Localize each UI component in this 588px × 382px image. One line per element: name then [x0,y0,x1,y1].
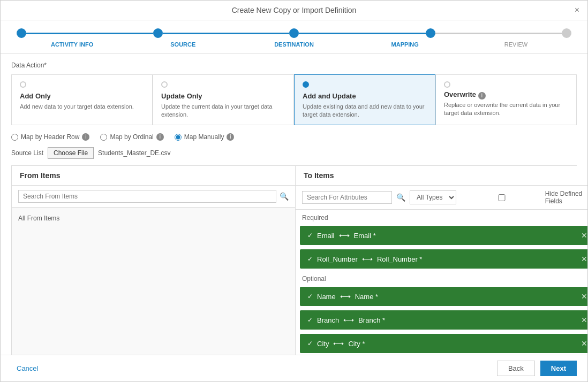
step-dot-3 [289,28,299,38]
file-name: Students_Master_DE.csv [98,149,170,157]
step-label-3: DESTINATION [238,41,349,48]
name-to-field: Name * [355,293,378,301]
map-by-header-label: Map by Header Row [21,133,79,141]
modal-header: Create New Copy or Import Definition × [1,1,587,20]
step-dot-4 [426,28,435,38]
mapping-item-name: ✓ Name ⟷ Name * ✕ [300,287,587,306]
name-from-field: Name [317,293,336,301]
option-overwrite-desc: Replace or overwrite the current data in… [444,102,560,116]
mapping-item-branch: ✓ Branch ⟷ Branch * ✕ [300,310,587,330]
step-dot-1 [17,28,26,38]
data-action-options: Add Only Add new data to your target dat… [11,74,577,125]
all-from-label: All From Items [18,212,289,225]
city-to-field: City * [348,340,365,348]
to-panel-search-row: 🔍 All Types Hide Defined Fields [296,186,587,210]
step-dot-2 [153,28,163,38]
map-manually-label: Map Manually [184,133,224,141]
choose-file-button[interactable]: Choose File [48,147,94,159]
map-manually-option[interactable]: Map Manually i [175,133,235,141]
arrow-icon-email: ⟷ [339,231,350,240]
mapping-options: Map by Header Row i Map by Ordinal i Map… [11,133,577,141]
arrow-icon-city: ⟷ [333,339,344,348]
step-line-3 [299,33,426,34]
modal-title: Create New Copy or Import Definition [232,6,357,14]
header-info-icon[interactable]: i [82,133,89,141]
step-dot-5 [562,28,571,38]
source-list-label: Source List [11,149,43,157]
map-by-ordinal-option[interactable]: Map by Ordinal i [100,133,163,141]
source-list-row: Source List Choose File Students_Master_… [11,147,577,159]
from-panel-items: All From Items [12,208,295,355]
hide-defined-fields-label[interactable]: Hide Defined Fields [461,190,587,205]
option-update-only-title: Update Only [161,92,285,100]
overwrite-info-icon[interactable]: i [478,92,486,100]
map-by-ordinal-label: Map by Ordinal [110,133,153,141]
option-add-update-desc: Update existing data and add new data to… [303,103,425,118]
close-icon-email[interactable]: ✕ [581,231,587,240]
radio-update-only [161,81,168,88]
roll-to-field: Roll_Number * [377,255,423,263]
cancel-button[interactable]: Cancel [11,361,43,376]
mapping-item-city: ✓ City ⟷ City * ✕ [300,334,587,353]
close-icon-name[interactable]: ✕ [581,292,587,301]
ordinal-info-icon[interactable]: i [156,133,164,141]
mapping-item-email: ✓ Email ⟷ Email * ✕ [300,226,587,245]
from-panel: From Items 🔍 All From Items [12,166,296,355]
close-button[interactable]: × [575,5,579,15]
step-line-2 [163,33,290,34]
from-panel-header: From Items [12,166,295,186]
modal-container: Create New Copy or Import Definition × A… [0,0,588,382]
option-overwrite[interactable]: Overwrite i Replace or overwrite the cur… [435,74,577,125]
data-action-label: Data Action* [11,62,577,69]
back-button[interactable]: Back [497,361,535,376]
to-panel: To Items 🔍 All Types Hide Defined Fields… [296,166,587,355]
mapping-panels: From Items 🔍 All From Items To Items 🔍 A… [11,165,577,355]
email-to-field: Email * [354,232,376,240]
type-select[interactable]: All Types [410,190,456,204]
option-add-update-title: Add and Update [303,92,427,100]
map-manually-radio[interactable] [175,134,182,141]
hide-defined-fields-checkbox[interactable] [461,194,543,201]
arrow-icon-roll: ⟷ [362,255,373,263]
option-update-only[interactable]: Update Only Update the current data in y… [153,74,294,125]
check-icon-city: ✓ [307,340,313,347]
next-button[interactable]: Next [540,361,577,376]
optional-section-header: Optional [296,271,587,285]
arrow-icon-name: ⟷ [340,292,351,301]
city-from-field: City [317,340,329,348]
map-by-ordinal-radio[interactable] [100,134,107,141]
radio-overwrite [444,81,450,88]
radio-add-update [303,81,309,88]
check-icon-email: ✓ [307,232,313,239]
map-by-header-radio[interactable] [11,134,18,141]
close-icon-city[interactable]: ✕ [581,339,587,348]
to-search-input[interactable] [302,191,392,204]
option-overwrite-title: Overwrite [444,90,476,98]
option-add-only-desc: Add new data to your target data extensi… [20,103,134,110]
email-from-field: Email [317,232,335,240]
required-section-header: Required [296,210,587,224]
radio-add-only [20,81,26,88]
step-line-1 [26,33,153,34]
check-icon-branch: ✓ [307,316,313,324]
manually-info-icon[interactable]: i [227,133,234,141]
to-search-icon-button[interactable]: 🔍 [396,193,405,202]
branch-from-field: Branch [317,316,339,324]
check-icon-roll: ✓ [307,255,313,263]
from-search-input[interactable] [18,190,276,203]
option-add-update[interactable]: Add and Update Update existing data and … [294,74,435,125]
stepper-labels: ACTIVITY INFO SOURCE DESTINATION MAPPING… [17,41,571,48]
option-add-only[interactable]: Add Only Add new data to your target dat… [11,74,153,125]
stepper-track [17,28,571,38]
roll-from-field: Roll_Number [317,255,358,263]
from-search-icon-button[interactable]: 🔍 [280,192,289,201]
modal-content: Data Action* Add Only Add new data to yo… [1,54,587,355]
step-label-4: MAPPING [350,41,461,48]
stepper: ACTIVITY INFO SOURCE DESTINATION MAPPING… [1,20,587,54]
step-label-5: REVIEW [461,41,571,48]
close-icon-branch[interactable]: ✕ [581,316,587,324]
footer-left: Cancel [11,361,43,376]
close-icon-roll[interactable]: ✕ [581,255,587,263]
map-by-header-option[interactable]: Map by Header Row i [11,133,89,141]
step-label-2: SOURCE [127,41,238,48]
